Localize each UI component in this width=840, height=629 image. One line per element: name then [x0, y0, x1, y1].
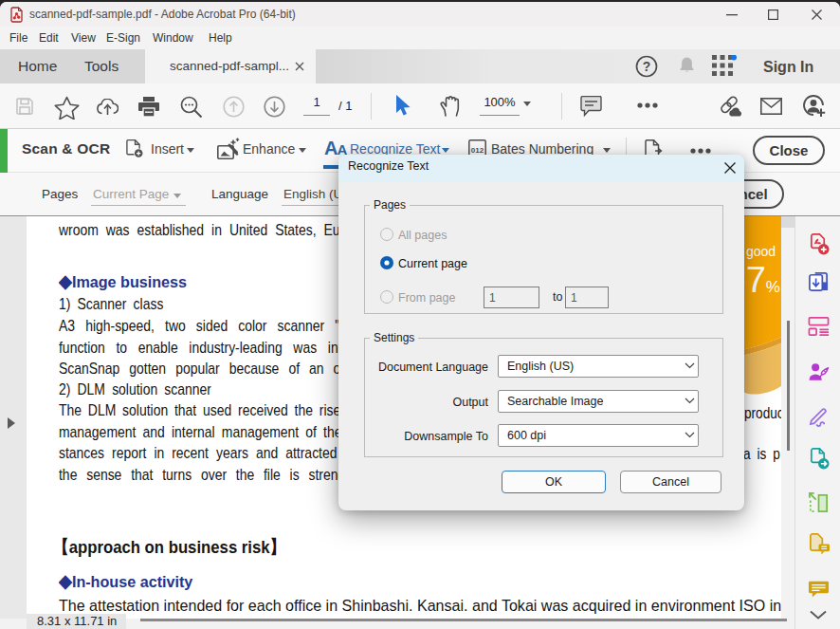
- svg-text:012: 012: [471, 146, 484, 155]
- svg-text:?: ?: [643, 59, 651, 74]
